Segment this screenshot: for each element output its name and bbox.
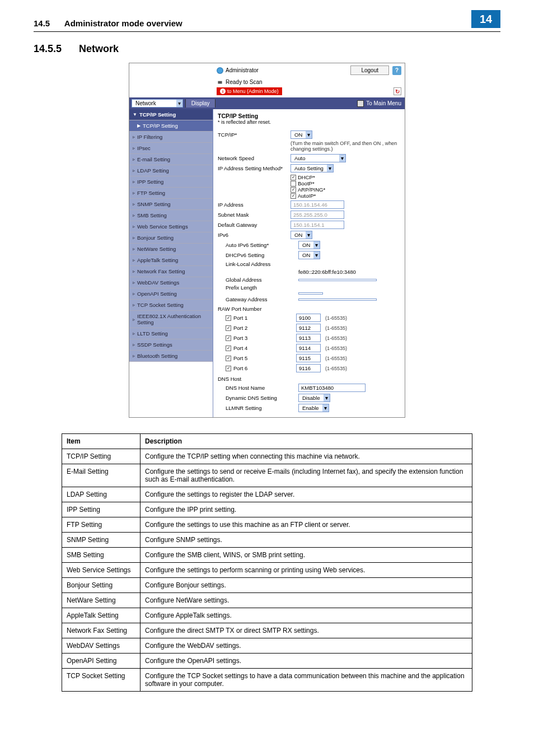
arp-label: ARP/PING* bbox=[298, 186, 325, 193]
nav-dropdown-label: Network bbox=[132, 100, 176, 107]
table-row: NetWare SettingConfigure NetWare setting… bbox=[62, 593, 472, 608]
port-label: Port 1 bbox=[233, 315, 296, 321]
port-checkbox[interactable]: ✓ bbox=[226, 325, 231, 331]
dhcp-checkbox[interactable]: ✓ bbox=[291, 175, 296, 180]
table-row: Network Fax SettingConfigure the direct … bbox=[62, 623, 472, 638]
port-input[interactable]: 9115 bbox=[296, 354, 321, 362]
port-checkbox[interactable]: ✓ bbox=[226, 346, 231, 351]
sidebar-sub[interactable]: ▶TCP/IP Setting bbox=[129, 120, 213, 132]
dhcpv6-select[interactable]: ON▾ bbox=[298, 251, 320, 259]
tcpip-select[interactable]: ON▾ bbox=[291, 130, 312, 139]
sidebar-item[interactable]: ▹OpenAPI Setting bbox=[129, 288, 213, 300]
sidebar-item[interactable]: ▹Network Fax Setting bbox=[129, 266, 213, 277]
dyndns-label: Dynamic DNS Setting bbox=[226, 395, 298, 401]
sidebar-item[interactable]: ▹WebDAV Settings bbox=[129, 277, 213, 288]
sidebar-item[interactable]: ▹LLTD Setting bbox=[129, 328, 213, 339]
llmnr-label: LLMNR Setting bbox=[226, 405, 298, 411]
sidebar-item[interactable]: ▹NetWare Setting bbox=[129, 244, 213, 255]
chapter-box: 14 bbox=[471, 10, 500, 28]
port-input[interactable]: 9113 bbox=[296, 334, 321, 342]
port-input[interactable]: 9100 bbox=[296, 314, 321, 322]
section-title: Network bbox=[79, 43, 119, 54]
port-range: (1-65535) bbox=[325, 366, 347, 371]
sidebar-item[interactable]: ▹E-mail Setting bbox=[129, 154, 213, 165]
table-row: AppleTalk SettingConfigure AppleTalk set… bbox=[62, 608, 472, 623]
gwaddr-input[interactable] bbox=[298, 298, 377, 301]
table-row: WebDAV SettingsConfigure the WebDAV sett… bbox=[62, 638, 472, 654]
port-range: (1-65535) bbox=[325, 346, 347, 351]
port-input[interactable]: 9114 bbox=[296, 344, 321, 352]
gateway-input[interactable]: 150.16.154.1 bbox=[291, 221, 344, 229]
sidebar-item[interactable]: ▹AppleTalk Setting bbox=[129, 255, 213, 266]
port-checkbox[interactable]: ✓ bbox=[226, 366, 231, 371]
mode-text: to Menu (Admin Mode) bbox=[227, 88, 279, 94]
help-button[interactable]: ? bbox=[392, 66, 401, 75]
header-rule bbox=[34, 31, 500, 32]
subnet-label: Subnet Mask bbox=[218, 212, 291, 218]
globe-icon bbox=[217, 67, 223, 74]
dns-name-input[interactable]: KMBT103480 bbox=[298, 384, 366, 392]
arp-checkbox[interactable]: ✓ bbox=[291, 187, 296, 193]
sidebar-item[interactable]: ▹SMB Setting bbox=[129, 210, 213, 221]
autoipv6-label: Auto IPv6 Setting* bbox=[226, 242, 298, 248]
sidebar-item[interactable]: ▹IP Filtering bbox=[129, 132, 213, 143]
subnet-input[interactable]: 255.255.255.0 bbox=[291, 211, 344, 219]
admin-text: Administrator bbox=[226, 67, 259, 73]
dyndns-select[interactable]: Disable▾ bbox=[298, 394, 330, 402]
table-row: Web Service SettingsConfigure the settin… bbox=[62, 563, 472, 578]
sidebar-item[interactable]: ▹FTP Setting bbox=[129, 188, 213, 199]
llmnr-select[interactable]: Enable▾ bbox=[298, 404, 329, 412]
autoipv6-select[interactable]: ON▾ bbox=[298, 241, 320, 249]
ipmethod-select[interactable]: Auto Setting▾ bbox=[291, 164, 334, 172]
header-title: Administrator mode overview bbox=[64, 18, 182, 28]
th-description: Description bbox=[140, 434, 472, 449]
port-label: Port 5 bbox=[233, 355, 296, 361]
chevron-down-icon: ▾ bbox=[176, 100, 182, 107]
port-range: (1-65535) bbox=[325, 335, 347, 341]
bootp-checkbox[interactable] bbox=[291, 181, 296, 186]
sidebar-item[interactable]: ▹IEEE802.1X Authentication Setting bbox=[129, 311, 213, 328]
table-row: TCP Socket SettingConfigure the TCP Sock… bbox=[62, 669, 472, 692]
dhcpv6-label: DHCPv6 Setting bbox=[226, 252, 298, 258]
globaladdr-input[interactable] bbox=[298, 279, 377, 281]
prefix-input[interactable] bbox=[298, 292, 323, 295]
sidebar-item[interactable]: ▹LDAP Setting bbox=[129, 165, 213, 176]
content-pane: TCP/IP Setting * is reflected after rese… bbox=[213, 109, 405, 417]
ipv6-select[interactable]: ON▾ bbox=[291, 231, 312, 239]
info-icon: i bbox=[220, 88, 226, 94]
sidebar-item[interactable]: ▹IPP Setting bbox=[129, 176, 213, 188]
to-main-menu-button[interactable]: To Main Menu bbox=[357, 100, 405, 107]
sidebar-top[interactable]: ▼TCP/IP Setting bbox=[129, 109, 213, 120]
netspeed-select[interactable]: Auto▾ bbox=[291, 154, 346, 162]
sidebar-item[interactable]: ▹IPsec bbox=[129, 143, 213, 154]
tcpip-label: TCP/IP* bbox=[218, 132, 291, 138]
port-checkbox[interactable]: ✓ bbox=[226, 315, 231, 321]
autoip-checkbox[interactable]: ✓ bbox=[291, 193, 296, 199]
menu-icon bbox=[357, 100, 364, 107]
dns-name-label: DNS Host Name bbox=[226, 385, 298, 391]
sidebar-item[interactable]: ▹Bluetooth Setting bbox=[129, 351, 213, 362]
sidebar-item[interactable]: ▹SNMP Setting bbox=[129, 199, 213, 210]
sidebar-item[interactable]: ▹Bonjour Setting bbox=[129, 232, 213, 244]
nav-dropdown[interactable]: Network ▾ bbox=[132, 99, 183, 108]
logout-button[interactable]: Logout bbox=[350, 66, 389, 75]
port-input[interactable]: 9112 bbox=[296, 324, 321, 332]
refresh-button[interactable]: ↻ bbox=[394, 87, 401, 95]
mode-chip[interactable]: i to Menu (Admin Mode) bbox=[217, 87, 282, 95]
raw-port-label: RAW Port Number bbox=[218, 306, 400, 312]
sidebar-item[interactable]: ▹Web Service Settings bbox=[129, 221, 213, 232]
display-button[interactable]: Display bbox=[185, 99, 216, 108]
header-section-number: 14.5 bbox=[34, 18, 50, 28]
status-text: Ready to Scan bbox=[226, 79, 263, 85]
port-input[interactable]: 9116 bbox=[296, 364, 321, 372]
port-checkbox[interactable]: ✓ bbox=[226, 335, 231, 341]
ipaddr-label: IP Address bbox=[218, 202, 291, 208]
dns-host-label: DNS Host bbox=[218, 376, 400, 382]
sidebar: ▼TCP/IP Setting ▶TCP/IP Setting ▹IP Filt… bbox=[129, 109, 213, 417]
sidebar-item[interactable]: ▹TCP Socket Setting bbox=[129, 300, 213, 311]
port-checkbox[interactable]: ✓ bbox=[226, 356, 231, 361]
globaladdr-label: Global Address bbox=[226, 277, 298, 283]
table-row: E-Mail SettingConfigure the settings to … bbox=[62, 464, 472, 487]
sidebar-item[interactable]: ▹SSDP Settings bbox=[129, 339, 213, 351]
ipaddr-input[interactable]: 150.16.154.46 bbox=[291, 200, 344, 209]
